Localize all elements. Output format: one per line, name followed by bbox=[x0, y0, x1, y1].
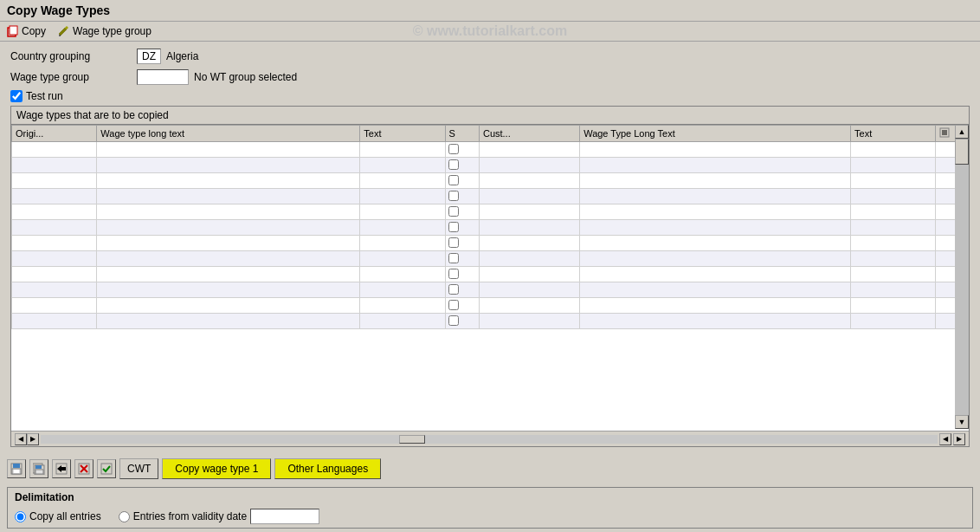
scroll-right2-btn[interactable]: ◀ bbox=[939, 433, 951, 445]
back-button[interactable] bbox=[52, 459, 71, 478]
validity-date-label: Entries from validity date bbox=[133, 510, 247, 522]
test-run-row: Test run bbox=[10, 90, 970, 102]
country-grouping-label: Country grouping bbox=[10, 50, 132, 62]
edit-icon bbox=[56, 24, 70, 38]
country-grouping-value: Algeria bbox=[166, 50, 198, 62]
wage-type-group-value: No WT group selected bbox=[194, 71, 297, 83]
row-checkbox[interactable] bbox=[448, 144, 459, 154]
country-grouping-row: Country grouping Algeria bbox=[10, 49, 970, 64]
row-checkbox[interactable] bbox=[448, 159, 459, 170]
table-row bbox=[12, 142, 969, 158]
test-run-checkbox[interactable] bbox=[10, 90, 23, 102]
svg-rect-1 bbox=[10, 26, 17, 35]
wage-types-table-section: Wage types that are to be copied Origi..… bbox=[10, 106, 970, 447]
col-textb: Text bbox=[851, 126, 936, 142]
title-bar: Copy Wage Types bbox=[0, 0, 980, 22]
row-checkbox[interactable] bbox=[448, 269, 459, 279]
delimitation-section: Delimitation Copy all entries Entries fr… bbox=[7, 487, 973, 529]
table-row bbox=[12, 158, 969, 173]
validity-date-input[interactable] bbox=[250, 509, 319, 524]
svg-rect-13 bbox=[35, 465, 42, 469]
check-button[interactable] bbox=[97, 459, 116, 478]
country-grouping-input[interactable] bbox=[137, 49, 161, 64]
svg-rect-8 bbox=[13, 464, 20, 468]
table-row bbox=[12, 220, 969, 236]
watermark: © www.tutorialkart.com bbox=[413, 23, 567, 39]
main-content: Country grouping Algeria Wage type group… bbox=[0, 42, 980, 454]
table-row bbox=[12, 267, 969, 282]
svg-rect-21 bbox=[101, 464, 112, 474]
exit-button[interactable] bbox=[74, 459, 93, 478]
table-row bbox=[12, 282, 969, 298]
delimitation-title: Delimitation bbox=[15, 491, 965, 503]
scroll-down-btn[interactable]: ▼ bbox=[955, 415, 969, 429]
scroll-track-vertical[interactable] bbox=[955, 139, 969, 415]
copy-all-radio[interactable] bbox=[15, 511, 26, 522]
table-section-title: Wage types that are to be copied bbox=[11, 107, 969, 125]
row-checkbox[interactable] bbox=[448, 191, 459, 201]
row-checkbox[interactable] bbox=[448, 222, 459, 232]
scroll-thumb-vertical bbox=[955, 139, 969, 165]
col-orig: Origi... bbox=[12, 126, 97, 142]
bottom-toolbar: CWT Copy wage type 1 Other Languages bbox=[0, 454, 980, 483]
save-button[interactable] bbox=[7, 459, 26, 478]
copy-wage-type-button[interactable]: Copy wage type 1 bbox=[162, 458, 271, 479]
col-text: Text bbox=[360, 126, 445, 142]
table-row bbox=[12, 251, 969, 267]
cwt-label: CWT bbox=[127, 463, 151, 475]
wage-type-group-row: Wage type group No WT group selected bbox=[10, 69, 970, 85]
scroll-right3-btn[interactable]: ▶ bbox=[953, 433, 965, 445]
svg-rect-14 bbox=[35, 470, 43, 474]
copy-all-label: Copy all entries bbox=[29, 510, 101, 522]
wage-type-group-input[interactable] bbox=[137, 69, 189, 85]
svg-rect-17 bbox=[61, 467, 66, 470]
wage-type-group-toolbar-item[interactable]: Wage type group bbox=[56, 24, 152, 38]
row-checkbox[interactable] bbox=[448, 175, 459, 185]
cwt-button[interactable]: CWT bbox=[119, 458, 158, 479]
multi-save-button[interactable] bbox=[29, 459, 48, 478]
wage-type-group-label: Wage type group bbox=[10, 71, 132, 83]
col-cust: Cust... bbox=[479, 126, 579, 142]
copy-label: Copy bbox=[22, 25, 46, 37]
copy-wage-label: Copy wage type 1 bbox=[175, 463, 258, 475]
other-lang-label: Other Languages bbox=[287, 463, 368, 475]
scroll-thumb bbox=[399, 435, 425, 444]
copy-toolbar-item[interactable]: Copy bbox=[5, 24, 46, 38]
row-checkbox[interactable] bbox=[448, 284, 459, 295]
wage-type-group-label: Wage type group bbox=[73, 25, 152, 37]
col-s: S bbox=[445, 126, 479, 142]
table-header-row: Origi... Wage type long text Text S Cust… bbox=[12, 126, 969, 142]
scroll-track[interactable] bbox=[41, 435, 938, 444]
scroll-right-btn[interactable]: ▶ bbox=[27, 433, 39, 445]
right-scroll-area: ◀ ▶ bbox=[939, 433, 965, 445]
main-window: Copy Wage Types Copy Wage type group bbox=[0, 0, 980, 532]
table-row bbox=[12, 298, 969, 314]
row-checkbox[interactable] bbox=[448, 315, 459, 326]
copy-icon bbox=[5, 24, 19, 38]
row-checkbox[interactable] bbox=[448, 237, 459, 248]
other-languages-button[interactable]: Other Languages bbox=[274, 458, 381, 479]
validity-date-radio[interactable] bbox=[119, 511, 130, 522]
row-checkbox[interactable] bbox=[448, 206, 459, 217]
table-row bbox=[12, 314, 969, 329]
main-toolbar: Copy Wage type group © www.tutorialkart.… bbox=[0, 22, 980, 42]
table-row bbox=[12, 236, 969, 251]
table-row bbox=[12, 189, 969, 204]
col-longtext: Wage type long text bbox=[97, 126, 360, 142]
window-title: Copy Wage Types bbox=[7, 3, 110, 17]
scroll-up-btn[interactable]: ▲ bbox=[955, 125, 969, 139]
horizontal-scrollbar: ◀ ▶ ◀ ▶ bbox=[11, 431, 969, 446]
table-row bbox=[12, 173, 969, 189]
wage-types-table: Origi... Wage type long text Text S Cust… bbox=[11, 125, 969, 329]
col-longtextb: Wage Type Long Text bbox=[580, 126, 851, 142]
scroll-left-btn[interactable]: ◀ bbox=[15, 433, 27, 445]
svg-rect-10 bbox=[14, 470, 19, 473]
row-checkbox[interactable] bbox=[448, 300, 459, 310]
delimitation-row: Copy all entries Entries from validity d… bbox=[15, 509, 965, 524]
validity-date-option[interactable]: Entries from validity date bbox=[119, 509, 319, 524]
table-row bbox=[12, 204, 969, 220]
row-checkbox[interactable] bbox=[448, 253, 459, 263]
copy-all-entries-option[interactable]: Copy all entries bbox=[15, 510, 101, 522]
vertical-scrollbar: ▲ ▼ bbox=[955, 125, 969, 429]
test-run-label: Test run bbox=[26, 90, 63, 102]
